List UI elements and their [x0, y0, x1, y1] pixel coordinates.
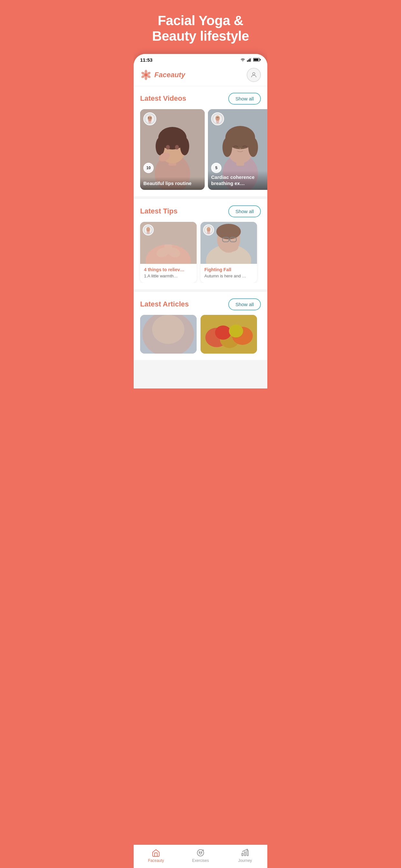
svg-rect-6: [254, 59, 258, 61]
battery-icon: [253, 58, 261, 62]
signal-icon: [247, 58, 251, 62]
tip-subtitle-1: 1.A little warmth…: [144, 274, 193, 278]
hero-title: Facial Yoga & Beauty lifestyle: [142, 13, 259, 44]
phone-frame: 11:53: [134, 54, 267, 389]
svg-point-21: [156, 137, 165, 155]
article-thumbnail-1: [140, 315, 197, 353]
latest-articles-section: Latest Articles Show all: [134, 292, 267, 360]
status-time: 11:53: [140, 57, 152, 63]
svg-point-11: [145, 76, 147, 80]
face-icon-2: [213, 114, 222, 123]
latest-articles-header: Latest Articles Show all: [134, 299, 267, 310]
tip-body-2: Fighting Fall Autumn is here and …: [201, 264, 257, 283]
tip-body-1: 4 things to reliev… 1.A little warmth…: [140, 264, 197, 283]
face-icon-tip-1: [144, 226, 152, 234]
article-card-1[interactable]: [140, 315, 197, 353]
status-icons: [240, 58, 261, 62]
tips-show-all-button[interactable]: Show all: [228, 206, 261, 217]
svg-point-23: [166, 145, 170, 150]
face-icon-tip-2: [205, 226, 212, 234]
svg-point-61: [216, 224, 241, 239]
article-card-2[interactable]: [201, 315, 257, 353]
latest-videos-header: Latest Videos Show all: [134, 93, 267, 104]
svg-rect-0: [247, 60, 248, 62]
latest-articles-title: Latest Articles: [140, 300, 189, 308]
articles-scroll-container[interactable]: [134, 315, 267, 353]
svg-point-24: [175, 145, 179, 150]
latest-tips-header: Latest Tips Show all: [134, 206, 267, 217]
app-name: Faceauty: [154, 71, 185, 79]
latest-tips-section: Latest Tips Show all: [134, 199, 267, 289]
tips-scroll-container[interactable]: 4 things to reliev… 1.A little warmth…: [134, 222, 267, 283]
tip-avatar-1: [143, 224, 154, 236]
svg-rect-3: [251, 58, 251, 62]
app-logo: Faceauty: [140, 69, 185, 81]
content-area: Latest Videos Show all: [134, 86, 267, 389]
svg-point-77: [229, 324, 243, 337]
latest-tips-title: Latest Tips: [140, 207, 178, 215]
articles-show-all-button[interactable]: Show all: [228, 299, 261, 310]
tip-image-1: [140, 222, 197, 264]
video-avatar-1: [143, 113, 156, 125]
status-bar: 11:53: [134, 54, 267, 65]
tip-card-1[interactable]: 4 things to reliev… 1.A little warmth…: [140, 222, 197, 283]
video-avatar-2: [211, 113, 224, 125]
svg-point-38: [248, 137, 258, 157]
article-thumbnail-2: [201, 315, 257, 353]
videos-show-all-button[interactable]: Show all: [228, 93, 261, 104]
tip-subtitle-2: Autumn is here and …: [204, 274, 253, 278]
svg-point-15: [252, 72, 255, 74]
tip-avatar-2: [203, 224, 214, 236]
svg-point-37: [222, 137, 232, 157]
svg-rect-5: [260, 59, 261, 61]
svg-point-76: [215, 326, 231, 340]
app-header: Faceauty: [134, 65, 267, 86]
video-label-1: Beautiful lips routine: [140, 177, 205, 190]
face-icon-1: [145, 114, 154, 123]
latest-videos-section: Latest Videos Show all: [134, 86, 267, 196]
tip-title-1: 4 things to reliev…: [144, 267, 193, 272]
flower-icon: [140, 69, 152, 81]
video-card-2[interactable]: 5 Cardiac coherence breathing ex…: [208, 109, 267, 190]
svg-point-8: [145, 70, 147, 73]
wifi-icon: [240, 58, 245, 62]
svg-point-22: [180, 137, 189, 155]
svg-rect-2: [250, 58, 251, 62]
video-label-2: Cardiac coherence breathing ex…: [208, 171, 267, 190]
profile-icon: [250, 71, 257, 79]
svg-rect-1: [248, 59, 249, 62]
svg-point-14: [144, 73, 148, 76]
tip-card-2[interactable]: Fighting Fall Autumn is here and …: [201, 222, 257, 283]
videos-scroll-container[interactable]: 10 Beautiful lips routine: [134, 109, 267, 190]
video-timer-1: 10: [143, 163, 154, 173]
latest-videos-title: Latest Videos: [140, 94, 186, 103]
video-card-1[interactable]: 10 Beautiful lips routine: [140, 109, 205, 190]
hero-section: Facial Yoga & Beauty lifestyle: [134, 0, 267, 54]
profile-button[interactable]: [247, 68, 261, 82]
tip-title-2: Fighting Fall: [204, 267, 253, 272]
svg-point-71: [152, 315, 184, 344]
tip-image-2: [201, 222, 257, 264]
